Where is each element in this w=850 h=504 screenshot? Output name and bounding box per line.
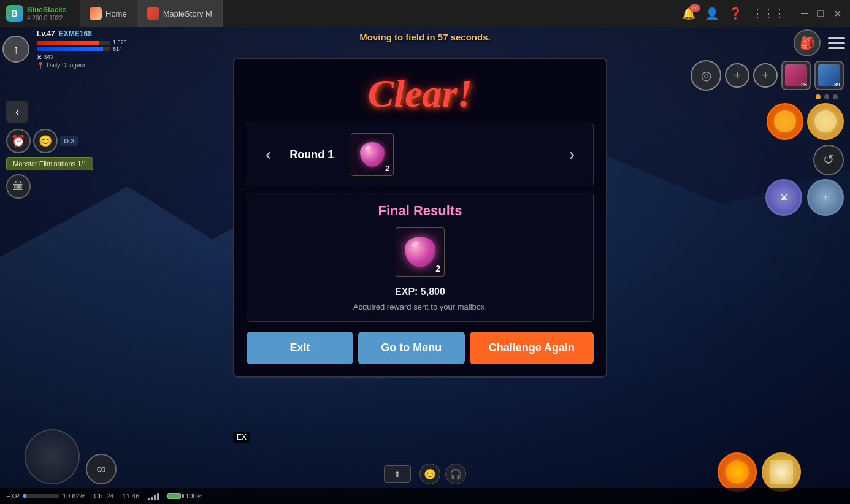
home-tab-label: Home (105, 9, 127, 18)
objective-text: Monster Eliminations 1/1 (13, 160, 86, 167)
crystal-skill-button[interactable] (762, 452, 801, 492)
timer-icon[interactable]: ⏰ (6, 129, 31, 153)
exp-progress-fill (23, 494, 26, 498)
maximize-button[interactable]: □ (814, 7, 827, 21)
menu-line-3 (828, 47, 845, 49)
time-label: 11:46 (123, 492, 140, 500)
exp-status: EXP 10.62% (6, 492, 85, 500)
hamburger-menu-button[interactable] (825, 35, 848, 52)
add-button-2[interactable]: + (753, 63, 778, 88)
final-items-row: 2 (259, 227, 581, 277)
close-button[interactable]: ✕ (830, 7, 845, 21)
infinity-button[interactable]: ∞ (86, 454, 117, 484)
headset-button[interactable]: 🎧 (445, 464, 466, 484)
maplestory-tab-icon (147, 7, 159, 20)
top-right-panel: 🎒 (794, 29, 848, 56)
bluestacks-icon: B (6, 5, 23, 22)
challenge-again-button[interactable]: Challenge Again (470, 332, 594, 364)
exp-badge-world: EX (233, 432, 250, 443)
mp-bar (37, 47, 110, 51)
emote-icon[interactable]: 😊 (33, 129, 58, 153)
mp-value: 814 (113, 46, 127, 52)
emoji-button[interactable]: 😊 (419, 464, 440, 484)
account-icon[interactable]: 👤 (703, 4, 721, 23)
exit-button[interactable]: Exit (247, 332, 353, 364)
signal-bar-4 (157, 493, 159, 500)
inventory-button[interactable]: 🎒 (794, 29, 821, 56)
refresh-skill-button[interactable]: ↺ (813, 145, 844, 175)
player-info-panel: ↑ Lv.47 EXME168 1,323 814 (2, 29, 127, 69)
exp-reward-text: EXP: 5,800 (259, 286, 581, 297)
move-up-button[interactable]: ↑ (2, 36, 29, 63)
pink-gem-icon-final (405, 237, 435, 267)
dot-2 (833, 94, 838, 99)
player-stats: Lv.47 EXME168 1,323 814 ✖ 342 (37, 29, 127, 69)
round-label: Round 1 (289, 148, 339, 161)
dot-1 (824, 94, 829, 99)
tab-maplestory[interactable]: MapleStory M (137, 0, 223, 27)
add-button-1[interactable]: + (725, 63, 749, 88)
top-action-row: ◎ + + -26 -39 (691, 60, 844, 91)
signal-bars (148, 492, 159, 500)
mp-fill (37, 47, 103, 51)
gold-skill-button[interactable] (807, 103, 844, 140)
window-controls: ─ □ ✕ (797, 7, 845, 21)
mailbox-text: Acquired reward sent to your mailbox. (259, 302, 581, 311)
hp-value: 1,323 (113, 39, 127, 45)
minimize-button[interactable]: ─ (797, 7, 811, 21)
maplestory-tab-label: MapleStory M (163, 9, 212, 18)
exp-progress-bar (23, 494, 59, 498)
exp-status-label: EXP (6, 492, 20, 500)
help-icon[interactable]: ❓ (726, 4, 745, 23)
scroll-up-button[interactable]: ⬆ (384, 465, 411, 483)
fire-bomb-button[interactable] (718, 452, 757, 492)
tab-home[interactable]: Home (80, 0, 137, 27)
dot-active (816, 94, 821, 99)
bluestacks-topbar: B BlueStacks 4.280.0.1022 Home MapleStor… (0, 0, 850, 27)
back-nav-button[interactable]: ‹ (6, 101, 28, 123)
bottom-mid-controls: ⬆ 😊 🎧 (384, 464, 466, 484)
notification-bell[interactable]: 🔔 44 (680, 7, 698, 20)
battery-status: 100% (167, 492, 202, 500)
final-results-title: Final Results (259, 203, 581, 219)
dialog-buttons-row: Exit Go to Menu Challenge Again (247, 332, 594, 364)
round-section: ‹ Round 1 2 › (247, 123, 594, 186)
attack-button[interactable]: ⚔ (765, 179, 802, 216)
battery-fill (168, 494, 180, 498)
attack-icon: ⚔ (780, 193, 788, 202)
final-results-section: Final Results 2 EXP: 5,800 Acquired rewa… (247, 193, 594, 322)
bottom-right-skills (718, 452, 801, 492)
menu-line-2 (828, 42, 845, 44)
objective-banner[interactable]: Monster Eliminations 1/1 (6, 157, 93, 170)
round-item-count: 2 (385, 164, 389, 173)
clear-title: Clear! (234, 59, 606, 123)
hp-fill (37, 41, 99, 45)
round-next-button[interactable]: › (563, 139, 581, 170)
timer-icons-row: ⏰ 😊 D-3 (6, 129, 93, 153)
signal-bar-3 (154, 495, 156, 500)
skill-count-2: -39 (832, 82, 840, 88)
target-button[interactable]: ◎ (691, 60, 721, 91)
round-prev-button[interactable]: ‹ (259, 139, 277, 170)
skill-slot-1[interactable]: -26 (781, 61, 811, 90)
settings-icon[interactable]: ⋮⋮⋮ (749, 4, 787, 23)
battery-tip (182, 494, 184, 498)
final-item-box: 2 (396, 227, 445, 277)
bluestacks-logo: B BlueStacks 4.280.0.1022 (0, 5, 80, 22)
skill-count-1: -26 (799, 82, 807, 88)
skill-slot-2[interactable]: -39 (814, 61, 844, 90)
jump-button[interactable]: ↑ (807, 179, 844, 216)
battery-percent: 100% (185, 492, 202, 500)
dungeon-badge: D-3 (60, 136, 78, 146)
fire-skill-button[interactable] (767, 103, 803, 140)
entrance-icon[interactable]: 🏛 (6, 174, 31, 199)
round-item-box: 2 (351, 133, 394, 176)
game-ui: Moving to field in 57 seconds. ↑ Lv.47 E… (0, 27, 850, 504)
exp-percent-value: 10.62% (63, 492, 85, 500)
dots-indicator (816, 94, 844, 99)
moving-to-field-text: Moving to field in 57 seconds. (359, 32, 490, 42)
home-tab-icon (90, 7, 102, 20)
bluestacks-version: 4.280.0.1022 (27, 15, 67, 21)
joystick-base[interactable] (25, 429, 80, 484)
goto-menu-button[interactable]: Go to Menu (358, 332, 465, 364)
